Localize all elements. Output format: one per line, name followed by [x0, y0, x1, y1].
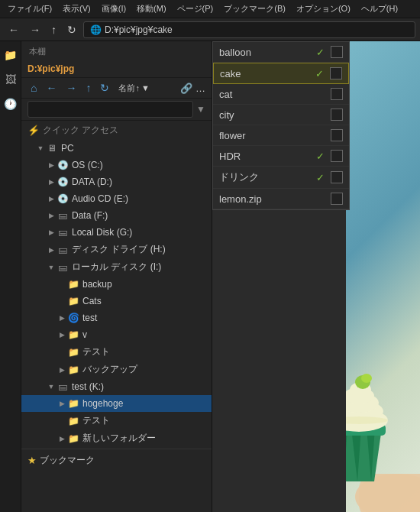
- tree-toggle-v: ▶: [57, 331, 67, 339]
- menu-options[interactable]: オプション(O): [292, 2, 355, 16]
- tree-label-local-g: Local Disk (G:): [72, 227, 132, 238]
- folder-icon-test: 🌀: [67, 312, 79, 324]
- check-icon-drink: ✓: [316, 172, 325, 183]
- quick-access-section[interactable]: ⚡ クイック アクセス: [21, 121, 212, 140]
- nav-home-button[interactable]: ⌂: [27, 80, 40, 96]
- checkbox-lemon[interactable]: [331, 193, 343, 205]
- checkbox-cat[interactable]: [331, 88, 343, 100]
- tree-item-backup[interactable]: 📁 backup: [21, 276, 212, 293]
- sort-label: 名前↑: [118, 83, 140, 94]
- forward-button[interactable]: →: [26, 22, 44, 37]
- right-panel: balloon ✓ cake ✓ cat ✓ city ✓: [212, 41, 420, 512]
- folder-item-city[interactable]: city ✓: [213, 105, 349, 125]
- more-button[interactable]: …: [195, 83, 205, 94]
- tree-item-disk-h[interactable]: ▶ 🖴 ディスク ドライブ (H:): [21, 241, 212, 258]
- share-button[interactable]: 🔗: [180, 83, 192, 94]
- tree-item-new-folder[interactable]: ▶ 📁 新しいフォルダー: [21, 429, 212, 447]
- up-button[interactable]: ↑: [47, 22, 60, 37]
- tree-toggle-hogehoge: ▶: [57, 400, 67, 407]
- check-icon-hdr: ✓: [316, 151, 325, 162]
- nav-back-button[interactable]: ←: [43, 80, 60, 96]
- menu-image[interactable]: 画像(I): [97, 2, 131, 16]
- folder-name-flower: flower: [219, 130, 310, 141]
- checkbox-city[interactable]: [331, 109, 343, 121]
- nav-forward-button[interactable]: →: [63, 80, 79, 96]
- tree-item-audio-e[interactable]: ▶ 💿 Audio CD (E:): [21, 190, 212, 207]
- main-toolbar: ← → ↑ ↻ 🌐 D:¥pic¥jpg¥cake: [0, 18, 420, 41]
- sort-control[interactable]: 名前↑ ▼: [118, 83, 149, 94]
- tree-label-test-k: test (K:): [72, 381, 104, 392]
- folder-name-cake: cake: [220, 68, 309, 79]
- tree-toggle-audio-e: ▶: [46, 195, 57, 203]
- address-bar[interactable]: 🌐 D:¥pic¥jpg¥cake: [83, 21, 415, 38]
- tree-item-hogehoge[interactable]: ▶ 📁 hogehoge: [21, 395, 212, 412]
- search-input[interactable]: [27, 101, 193, 118]
- refresh-button[interactable]: ↻: [63, 22, 80, 37]
- tree-label-backup: backup: [82, 279, 112, 290]
- pc-icon: 🖥: [46, 142, 58, 154]
- tree-item-backup2[interactable]: ▶ 📁 バックアップ: [21, 361, 212, 378]
- tree-item-tests-i[interactable]: 📁 テスト: [21, 343, 212, 361]
- checkbox-balloon[interactable]: [331, 46, 343, 58]
- tree-item-data-d[interactable]: ▶ 💿 DATA (D:): [21, 173, 212, 190]
- tree-label-tests-i: テスト: [82, 345, 110, 358]
- checkbox-flower[interactable]: [331, 129, 343, 141]
- tree-label-pc: PC: [61, 143, 74, 154]
- menu-view[interactable]: 表示(V): [58, 2, 95, 16]
- menu-bookmark[interactable]: ブックマーク(B): [219, 2, 290, 16]
- back-button[interactable]: ←: [5, 22, 23, 37]
- folder-item-cake[interactable]: cake ✓: [213, 63, 349, 84]
- folder-name-hdr: HDR: [219, 151, 310, 162]
- tree-label-data-d: DATA (D:): [72, 177, 112, 187]
- nav-up-button[interactable]: ↑: [82, 80, 94, 96]
- folder-item-flower[interactable]: flower ✓: [213, 125, 349, 146]
- cupcake-background: [346, 41, 420, 512]
- cupcake-svg: [346, 275, 420, 512]
- folder-item-drink[interactable]: ドリンク ✓: [213, 167, 349, 189]
- tree-item-local-i[interactable]: ▼ 🖴 ローカル ディスク (I:): [21, 258, 212, 276]
- tree-item-data-f[interactable]: ▶ 🖴 Data (F:): [21, 207, 212, 224]
- search-dropdown-icon[interactable]: ▼: [196, 104, 205, 115]
- folder-item-cat[interactable]: cat ✓: [213, 84, 349, 105]
- tree-item-os-c[interactable]: ▶ 💿 OS (C:): [21, 157, 212, 173]
- bookmark-section[interactable]: ★ ブックマーク: [21, 449, 212, 471]
- tree-label-test: test: [82, 313, 97, 323]
- drive-icon-k: 🖴: [57, 381, 69, 393]
- address-text: D:¥pic¥jpg¥cake: [105, 24, 173, 35]
- quick-access-label: クイック アクセス: [43, 124, 118, 137]
- tree-label-disk-h: ディスク ドライブ (H:): [72, 243, 166, 256]
- folder-item-hdr[interactable]: HDR ✓: [213, 146, 349, 167]
- tree-item-cats[interactable]: 📁 Cats: [21, 293, 212, 309]
- lightning-icon: ⚡: [27, 125, 40, 136]
- strip-history-icon[interactable]: 🕐: [2, 95, 20, 113]
- folder-item-balloon[interactable]: balloon ✓: [213, 42, 349, 63]
- menu-file[interactable]: ファイル(F): [3, 2, 57, 16]
- tree-item-tests-k[interactable]: 📁 テスト: [21, 412, 212, 429]
- nav-refresh-button[interactable]: ↻: [97, 80, 112, 96]
- folder-name-lemon: lemon.zip: [219, 193, 310, 205]
- tree-item-local-g[interactable]: ▶ 🖴 Local Disk (G:): [21, 224, 212, 241]
- menu-move[interactable]: 移動(M): [132, 2, 171, 16]
- tree-label-new-folder: 新しいフォルダー: [82, 432, 156, 445]
- drive-icon-e: 💿: [57, 193, 69, 205]
- checkbox-drink[interactable]: [331, 171, 343, 183]
- bookmark-label: ブックマーク: [40, 454, 95, 467]
- svg-marker-2: [346, 428, 382, 481]
- folder-name-cat: cat: [219, 89, 310, 100]
- folder-item-lemon[interactable]: lemon.zip ✓: [213, 189, 349, 209]
- bookmark-star-icon: ★: [27, 455, 37, 466]
- checkbox-hdr[interactable]: [331, 150, 343, 162]
- menu-help[interactable]: ヘルプ(H): [357, 2, 402, 16]
- checkbox-cake[interactable]: [330, 67, 342, 79]
- tree-item-test[interactable]: ▶ 🌀 test: [21, 309, 212, 326]
- tree-item-pc[interactable]: ▼ 🖥 PC: [21, 140, 212, 157]
- tree-toggle-data-d: ▶: [46, 178, 57, 186]
- tree-label-local-i: ローカル ディスク (I:): [72, 261, 161, 274]
- strip-image-icon[interactable]: 🖼: [2, 70, 20, 89]
- tree-item-v[interactable]: ▶ 📁 v: [21, 326, 212, 343]
- tree-item-test-k[interactable]: ▼ 🖴 test (K:): [21, 378, 212, 395]
- tree-toggle-pc: ▼: [35, 144, 46, 152]
- folder-icon-backup: 📁: [67, 278, 79, 290]
- menu-page[interactable]: ページ(P): [173, 2, 218, 16]
- strip-folder-icon[interactable]: 📁: [2, 46, 20, 64]
